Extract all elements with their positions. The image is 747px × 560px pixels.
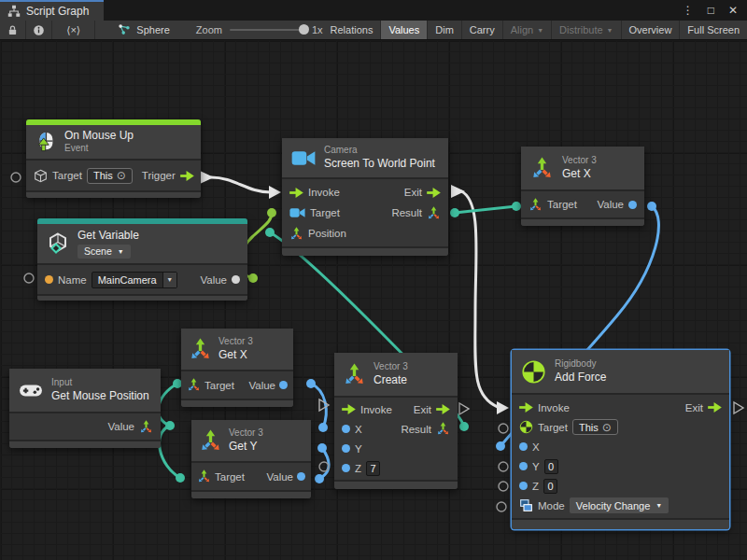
node-footer [37,294,247,301]
node-header: On Mouse Up Event [26,125,201,161]
node-get-y[interactable]: Vector 3 Get Y Target Value [191,420,311,498]
y-value-field[interactable]: 0 [544,459,558,474]
z-value-field[interactable]: 7 [366,461,380,476]
gameobject-cube-icon[interactable] [34,169,48,183]
gamepad-icon [19,383,43,398]
node-header: Camera Screen To World Point [282,138,448,179]
node-footer [191,490,311,498]
name-input-port[interactable] [45,275,53,284]
node-create-vector3[interactable]: Vector 3 Create Invoke Exit [334,353,458,489]
node-title: On Mouse Up [64,129,134,143]
maximize-icon[interactable]: □ [708,5,714,16]
tab-title: Script Graph [26,5,89,18]
code-view-button[interactable]: ⟨×⟩ [52,21,95,39]
lock-button[interactable] [0,21,26,39]
z-input-port[interactable] [519,482,528,490]
toolbar-button-overview[interactable]: Overview [622,21,681,39]
target-self-chip[interactable]: This ⊙ [572,419,618,435]
exit-output-port[interactable] [427,188,441,198]
graph-canvas[interactable]: On Mouse Up Event Target This ⊙ [0,40,747,560]
toolbar-button-distribute[interactable]: Distribute ▼ [552,21,621,39]
node-category: Vector 3 [229,427,263,440]
toolbar-button-relations[interactable]: Relations [323,21,382,39]
z-input-port[interactable] [342,464,350,472]
window-controls: ⋮ □ ✕ [683,0,747,21]
node-get-x-mid[interactable]: Vector 3 Get X Target Value [181,329,293,407]
port-row-target-result: Target Result [282,203,448,223]
object-picker-icon[interactable]: ⊙ [602,422,612,433]
variable-name-dropdown[interactable]: MainCamera ▼ [92,272,177,288]
window-menu-icon[interactable]: ⋮ [683,5,694,16]
trigger-output-port[interactable] [180,171,194,181]
y-input-port[interactable] [519,462,528,470]
node-header: Rigidbody Add Force [512,350,729,395]
port-row-value: Value [9,417,161,437]
enum-icon[interactable] [519,498,533,512]
node-get-x-top[interactable]: Vector 3 Get X Target Value [521,147,644,226]
port-row-name-value: Name MainCamera ▼ Value [37,270,247,289]
node-get-mouse-position[interactable]: Input Get Mouse Position Value [9,369,161,448]
code-view-icon: ⟨×⟩ [66,24,80,36]
value-output-port[interactable] [279,381,288,389]
dropdown-arrow-icon: ▼ [655,502,662,509]
exit-output-port[interactable] [436,404,450,414]
rigidbody-port-icon[interactable] [519,420,533,434]
toolbar-button-carry[interactable]: Carry [462,21,503,39]
port-row-y: Y [334,439,458,458]
node-footer [334,480,458,489]
node-add-force[interactable]: Rigidbody Add Force Invoke Exit [512,350,729,529]
exit-output-port[interactable] [708,402,722,413]
vector3-port-icon[interactable] [197,469,211,483]
y-input-port[interactable] [342,444,350,453]
zoom-slider-handle[interactable] [299,24,309,35]
node-header: Vector 3 Get X [521,147,644,191]
node-footer [282,246,448,256]
dropdown-arrow-icon: ▼ [118,248,124,255]
node-on-mouse-up[interactable]: On Mouse Up Event Target This ⊙ [26,119,201,198]
node-title: Screen To World Point [324,157,435,171]
vector3-port-icon[interactable] [427,206,441,220]
x-input-port[interactable] [519,442,528,451]
node-title: Get Variable [78,229,139,243]
invoke-input-port[interactable] [289,188,303,198]
lock-icon [7,24,19,36]
value-output-port[interactable] [297,472,305,481]
invoke-input-port[interactable] [342,404,356,414]
info-button[interactable] [26,21,52,39]
value-output-port[interactable] [628,201,637,209]
node-get-variable[interactable]: Get Variable Scene ▼ Name MainCamera ▼ [37,218,247,301]
zoom-slider[interactable] [230,29,304,31]
camera-port-icon[interactable] [289,207,305,218]
toolbar-button-fullscreen[interactable]: Full Screen [680,21,747,39]
node-footer [521,217,644,226]
toolbar-button-align[interactable]: Align ▼ [503,21,552,39]
value-output-port[interactable] [232,275,240,284]
node-header: Input Get Mouse Position [9,369,161,413]
graph-reference[interactable]: Sphere [118,21,169,39]
node-title: Get Mouse Position [51,389,149,403]
close-icon[interactable]: ✕ [728,5,738,16]
z-value-field[interactable]: 0 [543,479,557,494]
script-graph-asset-icon [118,23,131,36]
dropdown-arrow-icon: ▼ [607,27,613,34]
vector3-port-icon[interactable] [436,422,450,436]
port-row-y: Y 0 [512,456,729,476]
variable-scope-dropdown[interactable]: Scene ▼ [78,245,131,259]
port-row-target-value: Target Value [191,467,311,486]
object-picker-icon[interactable]: ⊙ [117,170,126,181]
force-mode-dropdown[interactable]: Velocity Change ▼ [570,497,669,513]
toolbar-button-values[interactable]: Values [381,21,428,39]
node-category: Camera [324,145,435,157]
port-row-invoke-exit: Invoke Exit [334,399,458,419]
vector3-port-icon[interactable] [529,198,543,212]
vector3-port-icon[interactable] [289,227,303,241]
node-title: Create [374,373,408,387]
vector3-port-icon[interactable] [139,420,153,434]
node-screen-to-world-point[interactable]: Camera Screen To World Point Invoke Exit [282,138,448,256]
invoke-input-port[interactable] [519,402,533,413]
vector3-port-icon[interactable] [187,378,201,392]
toolbar-button-dim[interactable]: Dim [428,21,462,39]
x-input-port[interactable] [342,425,350,433]
target-self-chip[interactable]: This ⊙ [87,168,133,184]
tab-script-graph[interactable]: Script Graph [0,0,104,21]
